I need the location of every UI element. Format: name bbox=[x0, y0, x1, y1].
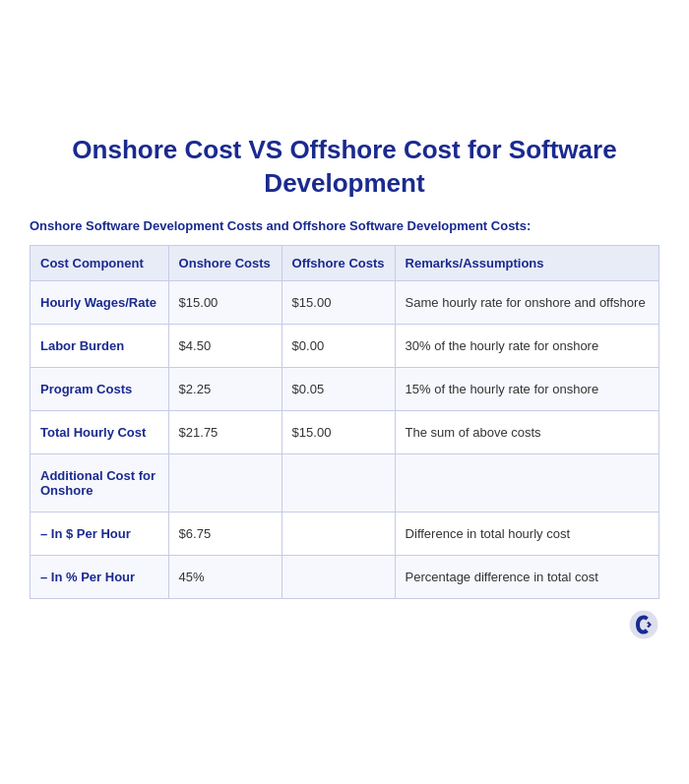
row-3-offshore: $15.00 bbox=[282, 410, 395, 453]
header-component: Cost Component bbox=[31, 245, 169, 280]
table-row: Total Hourly Cost $21.75 $15.00 The sum … bbox=[31, 410, 659, 453]
row-5-component: – In $ Per Hour bbox=[31, 512, 169, 555]
row-5-remarks: Difference in total hourly cost bbox=[395, 512, 658, 555]
row-3-onshore: $21.75 bbox=[168, 410, 282, 453]
logo-area bbox=[30, 609, 659, 640]
table-header-row: Cost Component Onshore Costs Offshore Co… bbox=[31, 245, 659, 280]
header-remarks: Remarks/Assumptions bbox=[395, 245, 658, 280]
cost-comparison-table: Cost Component Onshore Costs Offshore Co… bbox=[30, 245, 659, 599]
row-3-component: Total Hourly Cost bbox=[31, 410, 169, 453]
row-6-remarks: Percentage difference in total cost bbox=[395, 555, 658, 598]
svg-point-0 bbox=[630, 610, 658, 638]
page-subtitle: Onshore Software Development Costs and O… bbox=[30, 218, 659, 233]
row-3-remarks: The sum of above costs bbox=[395, 410, 658, 453]
page-container: Onshore Cost VS Offshore Cost for Softwa… bbox=[10, 104, 679, 680]
row-2-offshore: $0.05 bbox=[282, 367, 395, 410]
row-4-offshore bbox=[282, 453, 395, 512]
row-1-component: Labor Burden bbox=[31, 324, 169, 367]
table-row: – In % Per Hour 45% Percentage differenc… bbox=[31, 555, 659, 598]
table-row: Hourly Wages/Rate $15.00 $15.00 Same hou… bbox=[31, 280, 659, 324]
table-row: Additional Cost for Onshore bbox=[31, 453, 659, 512]
row-5-offshore bbox=[282, 512, 395, 555]
row-6-component: – In % Per Hour bbox=[31, 555, 169, 598]
table-row: Labor Burden $4.50 $0.00 30% of the hour… bbox=[31, 324, 659, 367]
row-0-offshore: $15.00 bbox=[282, 280, 395, 324]
row-2-onshore: $2.25 bbox=[168, 367, 282, 410]
page-title: Onshore Cost VS Offshore Cost for Softwa… bbox=[30, 134, 659, 201]
row-1-remarks: 30% of the hourly rate for onshore bbox=[395, 324, 658, 367]
row-6-onshore: 45% bbox=[168, 555, 282, 598]
row-0-component: Hourly Wages/Rate bbox=[31, 280, 169, 324]
row-5-onshore: $6.75 bbox=[168, 512, 282, 555]
row-1-offshore: $0.00 bbox=[282, 324, 395, 367]
row-2-component: Program Costs bbox=[31, 367, 169, 410]
row-4-onshore bbox=[168, 453, 282, 512]
row-6-offshore bbox=[282, 555, 395, 598]
row-4-component: Additional Cost for Onshore bbox=[31, 453, 169, 512]
header-onshore: Onshore Costs bbox=[168, 245, 282, 280]
row-2-remarks: 15% of the hourly rate for onshore bbox=[395, 367, 658, 410]
table-row: – In $ Per Hour $6.75 Difference in tota… bbox=[31, 512, 659, 555]
row-0-remarks: Same hourly rate for onshore and offshor… bbox=[395, 280, 658, 324]
row-1-onshore: $4.50 bbox=[168, 324, 282, 367]
row-4-remarks bbox=[395, 453, 658, 512]
row-0-onshore: $15.00 bbox=[168, 280, 282, 324]
table-row: Program Costs $2.25 $0.05 15% of the hou… bbox=[31, 367, 659, 410]
brand-logo-icon bbox=[628, 609, 659, 640]
header-offshore: Offshore Costs bbox=[282, 245, 395, 280]
